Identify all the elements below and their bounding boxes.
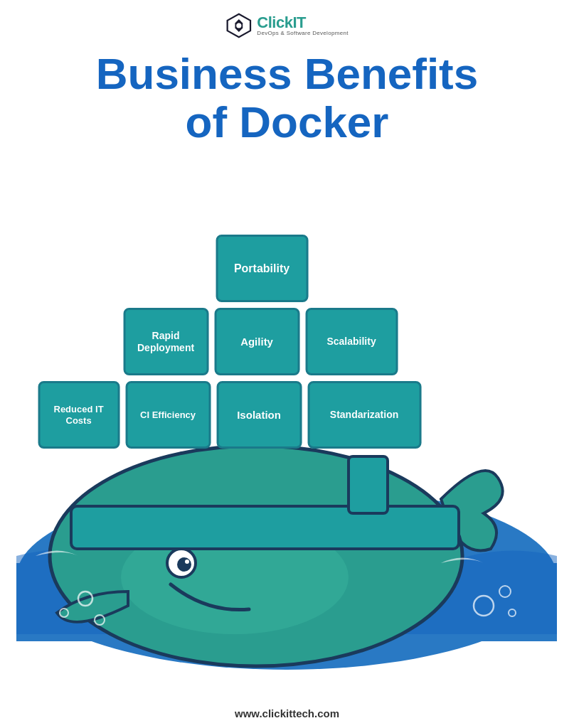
clickit-logo-icon [225,13,251,38]
cargo-boxes-area: Portability Rapid Deployment Agility Sca… [123,235,421,449]
logo-name-part2: IT [292,14,306,31]
logo-name: ClickIT [257,15,348,31]
svg-rect-11 [349,456,388,513]
logo-area: ClickIT DevOps & Software Development [225,13,348,38]
box-row-3: Reduced IT Costs CI Efficiency Isolation… [38,381,421,449]
svg-point-9 [185,560,189,564]
box-isolation: Isolation [216,381,302,449]
box-agility: Agility [214,308,299,375]
box-portability: Portability [216,235,308,302]
main-title: Business Benefits of Docker [0,50,574,146]
svg-rect-10 [71,506,459,549]
box-scalability: Scalability [305,308,398,375]
box-row-2: Rapid Deployment Agility Scalability [123,308,398,375]
box-rapid-deployment: Rapid Deployment [123,308,208,375]
box-standarization: Standarization [307,381,421,449]
whale-scene: Portability Rapid Deployment Agility Sca… [0,199,574,692]
logo-tagline: DevOps & Software Development [257,31,348,36]
title-line2: of Docker [43,98,531,146]
title-line1: Business Benefits [43,50,531,98]
box-row-1: Portability [216,235,308,302]
logo-name-part1: Click [257,14,292,31]
logo-text-block: ClickIT DevOps & Software Development [257,15,348,36]
box-reduced-costs: Reduced IT Costs [38,381,119,449]
box-ci-efficiency: CI Efficiency [125,381,211,449]
footer-url: www.clickittech.com [0,707,574,719]
svg-point-8 [177,557,191,572]
page-container: ClickIT DevOps & Software Development Bu… [0,0,574,728]
